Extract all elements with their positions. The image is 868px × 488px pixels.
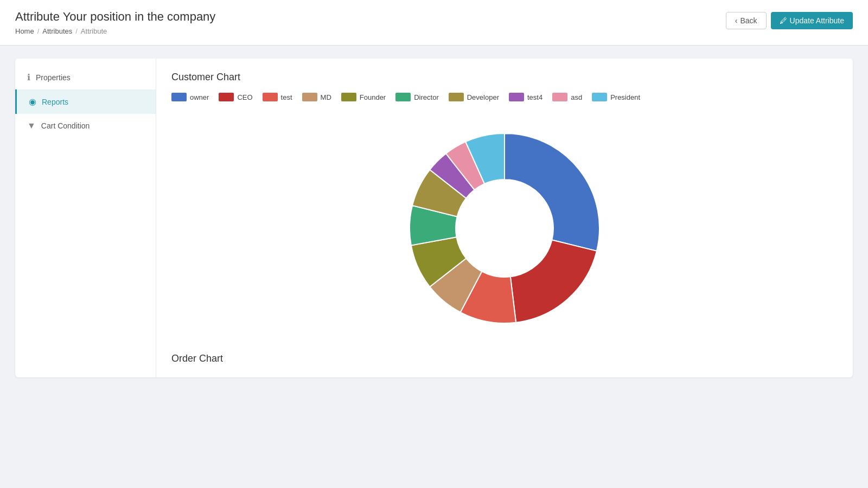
legend-color-swatch — [395, 93, 411, 101]
content-area: Customer Chart owner CEO test MD Founder… — [156, 59, 853, 377]
back-chevron-icon: ‹ — [735, 16, 738, 25]
donut-chart-container — [171, 114, 838, 342]
breadcrumb-current: Attribute — [81, 27, 107, 35]
legend-item: owner — [171, 93, 209, 101]
legend-item: President — [592, 93, 640, 101]
update-attribute-button[interactable]: 🖉 Update Attribute — [771, 12, 853, 29]
main-card: ℹ Properties ◉ Reports ▼ Cart Condition … — [15, 59, 853, 377]
breadcrumb-attributes[interactable]: Attributes — [42, 27, 72, 35]
sidebar: ℹ Properties ◉ Reports ▼ Cart Condition — [15, 59, 156, 377]
donut-segment — [510, 240, 597, 323]
legend-label: MD — [321, 93, 331, 101]
order-chart-title: Order Chart — [171, 353, 838, 364]
legend-item: MD — [302, 93, 331, 101]
legend-label: CEO — [237, 93, 252, 101]
reports-icon: ◉ — [29, 97, 36, 107]
legend-color-swatch — [449, 93, 464, 101]
legend-color-swatch — [592, 93, 607, 101]
donut-chart — [391, 114, 618, 342]
legend-item: test4 — [509, 93, 542, 101]
legend-label: President — [610, 93, 640, 101]
sidebar-label-reports: Reports — [42, 98, 68, 106]
legend-color-swatch — [171, 93, 187, 101]
legend-label: owner — [190, 93, 209, 101]
legend-item: asd — [552, 93, 582, 101]
breadcrumb-home[interactable]: Home — [15, 27, 34, 35]
donut-segment — [505, 133, 599, 251]
legend-item: test — [263, 93, 292, 101]
chart-legend: owner CEO test MD Founder Director Devel… — [171, 93, 838, 101]
legend-color-swatch — [341, 93, 356, 101]
legend-color-swatch — [552, 93, 567, 101]
legend-item: Founder — [341, 93, 386, 101]
legend-item: Developer — [449, 93, 499, 101]
legend-label: Founder — [360, 93, 386, 101]
sidebar-item-cart-condition[interactable]: ▼ Cart Condition — [15, 114, 156, 138]
legend-color-swatch — [263, 93, 278, 101]
legend-label: asd — [571, 93, 582, 101]
legend-label: Director — [414, 93, 439, 101]
update-icon: 🖉 — [780, 16, 787, 25]
main-content: ℹ Properties ◉ Reports ▼ Cart Condition … — [0, 46, 868, 390]
legend-label: Developer — [467, 93, 499, 101]
sidebar-label-cart-condition: Cart Condition — [41, 121, 90, 130]
legend-color-swatch — [219, 93, 234, 101]
legend-item: Director — [395, 93, 439, 101]
legend-color-swatch — [302, 93, 317, 101]
legend-color-swatch — [509, 93, 524, 101]
sidebar-label-properties: Properties — [36, 73, 71, 82]
header-actions: ‹ Back 🖉 Update Attribute — [726, 12, 853, 29]
sidebar-item-reports[interactable]: ◉ Reports — [15, 89, 156, 114]
legend-label: test — [281, 93, 292, 101]
legend-item: CEO — [219, 93, 252, 101]
sidebar-item-properties[interactable]: ℹ Properties — [15, 65, 156, 89]
legend-label: test4 — [527, 93, 542, 101]
properties-icon: ℹ — [27, 72, 30, 82]
back-button[interactable]: ‹ Back — [726, 12, 767, 29]
cart-condition-icon: ▼ — [27, 121, 36, 131]
customer-chart-title: Customer Chart — [171, 72, 838, 83]
